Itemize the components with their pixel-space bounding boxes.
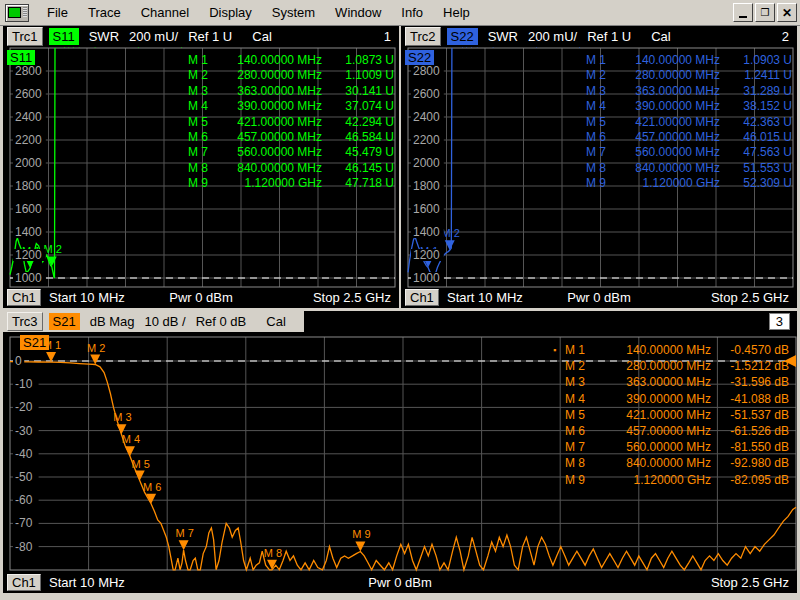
marker-triangle-m4[interactable] [125, 446, 135, 456]
active-marker-bullet: ▪ [553, 342, 565, 358]
marker-value: 52.309 U [720, 176, 792, 191]
minimize-icon [739, 16, 747, 18]
marker-label-m2: M 2 [87, 342, 105, 354]
menu-item-display[interactable]: Display [199, 3, 262, 22]
marker-name: M 2 [565, 358, 599, 374]
y-axis-label: 1200 [413, 248, 440, 262]
menu-item-info[interactable]: Info [391, 3, 433, 22]
channel-selector[interactable]: Ch1 [405, 289, 439, 306]
plot-area-s22[interactable]: S22 M 1140.00000 MHz1.0903 UM 2280.00000… [401, 47, 797, 288]
marker-frequency: 1.120000 GHz [599, 472, 711, 488]
plot-area-s21[interactable]: S21 ▪M 1140.00000 MHz-0.4570 dBM 2280.00… [3, 332, 797, 573]
sweep-power-label: Pwr 0 dBm [368, 575, 432, 590]
minimize-button[interactable] [733, 3, 753, 22]
marker-value: 46.145 U [322, 161, 394, 176]
trace-scale-label: 10 dB / [144, 314, 185, 329]
trace-param-s22[interactable]: S22 [447, 28, 478, 45]
marker-row-m5: M 5421.00000 MHz42.363 U [586, 115, 792, 130]
marker-name: M 7 [188, 145, 218, 160]
marker-bullet-empty [553, 407, 565, 423]
y-axis-label: -40 [15, 447, 33, 461]
y-axis-label: 1000 [413, 271, 440, 285]
marker-frequency: 560.00000 MHz [218, 145, 322, 160]
channel-selector[interactable]: Ch1 [7, 289, 41, 306]
marker-name: M 6 [565, 423, 599, 439]
y-axis-label: 2200 [15, 133, 42, 147]
trace-param-s21[interactable]: S21 [49, 313, 80, 330]
trace-selector-trc2[interactable]: Trc2 [405, 27, 441, 46]
y-axis-label: -20 [15, 400, 33, 414]
marker-row-m8: M 8840.00000 MHz46.145 U [188, 161, 394, 176]
marker-row-m6: M 6457.00000 MHz46.584 U [188, 130, 394, 145]
y-axis-label: 1600 [15, 202, 42, 216]
y-axis-label: 1000 [15, 271, 42, 285]
marker-value: 51.553 U [720, 161, 792, 176]
marker-name: M 4 [188, 99, 218, 114]
marker-bullet-empty [553, 439, 565, 455]
app-icon[interactable] [5, 4, 29, 22]
sweep-power-label: Pwr 0 dBm [567, 290, 631, 305]
y-axis-label: 1600 [413, 202, 440, 216]
window-number-2: 2 [782, 29, 789, 44]
marker-frequency: 457.00000 MHz [218, 130, 322, 145]
vna-application-window: { "app": { "menu": ["File","Trace","Chan… [0, 0, 800, 600]
channel-bar-trc1: Ch1 Start 10 MHz Pwr 0 dBm Stop 2.5 GHz [3, 288, 399, 308]
marker-name: M 5 [586, 115, 616, 130]
marker-frequency: 457.00000 MHz [599, 423, 711, 439]
marker-bullet-empty [553, 472, 565, 488]
marker-frequency: 363.00000 MHz [616, 84, 720, 99]
sweep-start-label: Start 10 MHz [49, 575, 125, 590]
marker-name: M 1 [188, 53, 218, 68]
marker-row-m9: M 91.120000 GHz-82.095 dB [553, 472, 789, 488]
marker-value: -82.095 dB [711, 472, 789, 488]
marker-triangle-m7[interactable] [179, 540, 189, 550]
menu-item-trace[interactable]: Trace [78, 3, 131, 22]
marker-row-m4: M 4390.00000 MHz-41.088 dB [553, 391, 789, 407]
marker-name: M 8 [586, 161, 616, 176]
marker-triangle-m5[interactable] [135, 471, 145, 481]
restore-button[interactable]: ❐ [755, 3, 775, 22]
marker-frequency: 840.00000 MHz [599, 455, 711, 471]
marker-row-m6: M 6457.00000 MHz46.015 U [586, 130, 792, 145]
channel-bar-trc3: Ch1 Start 10 MHz Pwr 0 dBm Stop 2.5 GHz [3, 573, 797, 593]
marker-frequency: 280.00000 MHz [218, 68, 322, 83]
marker-name: M 8 [565, 455, 599, 471]
marker-name: M 2 [188, 68, 218, 83]
y-axis-label: 2400 [413, 110, 440, 124]
trace-header-trc1: Trc1 S11 SWR 200 mU/ Ref 1 U Cal 1 [3, 26, 399, 47]
y-axis-label: 1800 [15, 179, 42, 193]
close-button[interactable]: ✕ [777, 3, 797, 22]
marker-value: -81.550 dB [711, 439, 789, 455]
menu-item-channel[interactable]: Channel [131, 3, 199, 22]
trace-selector-trc1[interactable]: Trc1 [7, 27, 43, 46]
marker-frequency: 280.00000 MHz [599, 358, 711, 374]
marker-name: M 8 [188, 161, 218, 176]
marker-value: 38.152 U [720, 99, 792, 114]
pane-trc3: Trc3 S21 dB Mag 10 dB / Ref 0 dB Cal 3 S… [3, 311, 797, 593]
menu-item-file[interactable]: File [37, 3, 78, 22]
menu-item-window[interactable]: Window [325, 3, 391, 22]
channel-selector[interactable]: Ch1 [7, 574, 41, 591]
trace-param-s11[interactable]: S11 [49, 28, 79, 45]
plot-area-s11[interactable]: S11 M 1140.00000 MHz1.0873 UM 2280.00000… [3, 47, 399, 288]
trace-cal-label: Cal [651, 29, 671, 44]
marker-value: 1.0873 U [322, 53, 394, 68]
menu-item-system[interactable]: System [262, 3, 325, 22]
marker-row-m7: M 7560.00000 MHz47.563 U [586, 145, 792, 160]
marker-name: M 6 [188, 130, 218, 145]
trace-format-label: SWR [89, 29, 119, 44]
trace-tag-s22: S22 [405, 50, 434, 65]
trace-cal-label: Cal [252, 29, 272, 44]
marker-table-trc2: M 1140.00000 MHz1.0903 UM 2280.00000 MHz… [586, 53, 792, 192]
marker-frequency: 363.00000 MHz [599, 374, 711, 390]
trace-selector-trc3[interactable]: Trc3 [7, 312, 43, 331]
marker-frequency: 390.00000 MHz [218, 99, 322, 114]
marker-value: 47.718 U [322, 176, 394, 191]
marker-triangle-m2[interactable] [90, 355, 100, 365]
menu-item-help[interactable]: Help [433, 3, 480, 22]
channel-bar-trc2: Ch1 Start 10 MHz Pwr 0 dBm Stop 2.5 GHz [401, 288, 797, 308]
marker-row-m5: M 5421.00000 MHz42.294 U [188, 115, 394, 130]
marker-label-m8: M 8 [264, 547, 282, 559]
sweep-stop-label: Stop 2.5 GHz [711, 290, 789, 305]
y-axis-label: -70 [15, 516, 33, 530]
